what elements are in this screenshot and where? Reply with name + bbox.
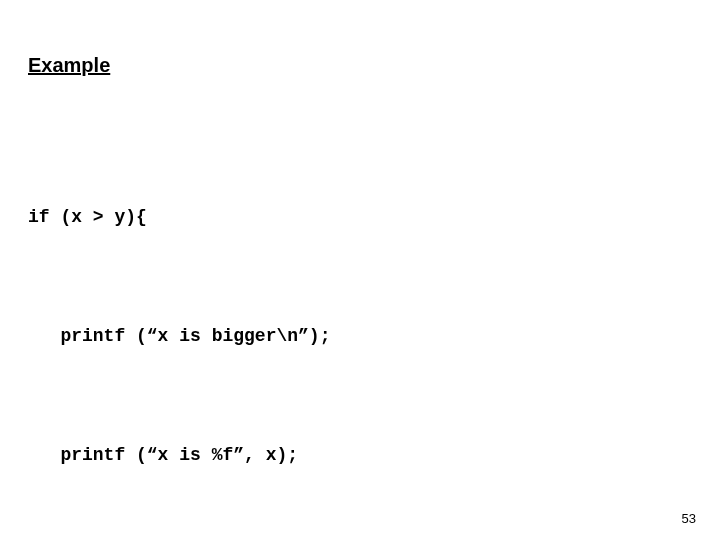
code-line: printf (“x is %f”, x); [28,436,692,476]
code-block: if (x > y){ printf (“x is bigger\n”); pr… [28,119,692,540]
code-line: if (x > y){ [28,198,692,238]
code-line: printf (“x is bigger\n”); [28,317,692,357]
slide-title: Example [28,54,692,77]
page-number: 53 [682,511,696,526]
slide: Example if (x > y){ printf (“x is bigger… [0,0,720,540]
